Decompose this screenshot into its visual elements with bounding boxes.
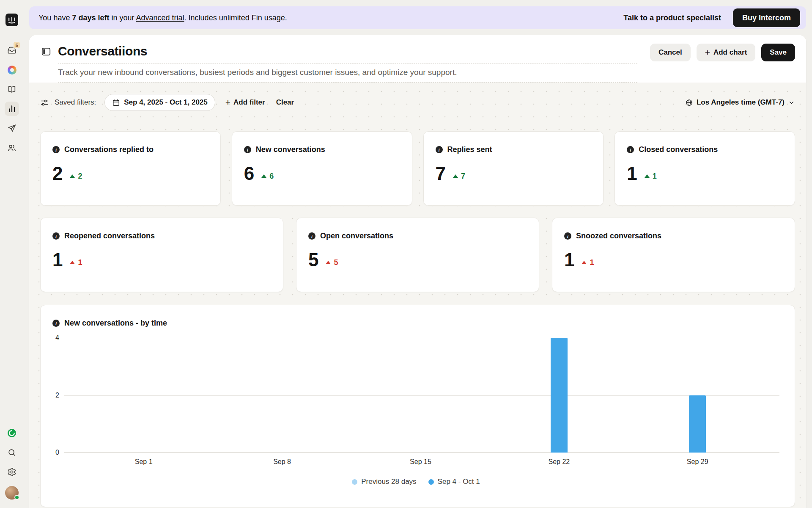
banner-middle: in your xyxy=(109,14,136,22)
legend-dot xyxy=(428,479,434,485)
metric-delta-value: 1 xyxy=(78,258,82,267)
nav-outbound[interactable] xyxy=(5,121,19,135)
metric-card-closed-conversations[interactable]: i Closed conversations 1 1 xyxy=(614,131,795,206)
buy-intercom-button[interactable]: Buy Intercom xyxy=(733,8,800,27)
fin-ai-icon xyxy=(8,66,16,75)
page-subtitle[interactable]: Track your new inbound conversations, bu… xyxy=(58,64,637,83)
trend-up-icon xyxy=(582,261,587,264)
metric-label: Open conversations xyxy=(320,232,393,240)
metric-label: Snoozed conversations xyxy=(576,232,661,240)
metric-delta: 1 xyxy=(582,258,594,267)
metric-delta: 1 xyxy=(645,172,657,181)
metric-card-reopened-conversations[interactable]: i Reopened conversations 1 1 xyxy=(40,218,283,292)
add-chart-button[interactable]: +Add chart xyxy=(697,44,756,61)
nav-knowledge[interactable] xyxy=(5,82,19,97)
legend-item[interactable]: Previous 28 days xyxy=(352,478,416,486)
metric-label: Replies sent xyxy=(447,145,492,154)
info-icon[interactable]: i xyxy=(308,232,315,240)
y-tick-label: 0 xyxy=(55,449,59,456)
chart-card-new-conversations-by-time: i New conversations - by time 420 Sep 1S… xyxy=(40,305,795,507)
nav-reports[interactable] xyxy=(5,102,19,116)
plus-icon: + xyxy=(705,48,710,57)
gridline-y-0 xyxy=(64,452,779,453)
trend-up-icon xyxy=(326,261,331,264)
metric-value-row: 7 7 xyxy=(436,164,592,183)
metric-delta-value: 5 xyxy=(334,258,338,267)
globe-icon xyxy=(685,99,693,107)
save-button[interactable]: Save xyxy=(761,44,795,61)
sidebar-bottom xyxy=(5,426,19,500)
chevron-down-icon xyxy=(788,99,795,106)
trend-up-icon xyxy=(261,174,266,178)
clear-filters-button[interactable]: Clear xyxy=(276,98,294,107)
x-tick-label: Sep 22 xyxy=(548,458,570,466)
nav-contacts[interactable] xyxy=(5,141,19,155)
metric-head: i Snoozed conversations xyxy=(564,232,783,240)
sidebar-nav: 5 xyxy=(5,43,19,155)
metric-card-open-conversations[interactable]: i Open conversations 5 5 xyxy=(296,218,539,292)
metric-delta-value: 6 xyxy=(269,172,274,181)
add-filter-label: Add filter xyxy=(233,98,265,107)
legend-label: Sep 4 - Oct 1 xyxy=(438,478,480,486)
x-tick-label: Sep 1 xyxy=(135,458,153,466)
cancel-button[interactable]: Cancel xyxy=(650,44,691,61)
metric-delta-value: 2 xyxy=(78,172,82,181)
nav-inbox[interactable]: 5 xyxy=(5,43,19,58)
workspace-app-button[interactable] xyxy=(5,426,19,440)
metric-value: 7 xyxy=(436,164,446,183)
info-icon[interactable]: i xyxy=(52,146,60,153)
metric-value-row: 1 1 xyxy=(564,251,783,269)
metric-card-snoozed-conversations[interactable]: i Snoozed conversations 1 1 xyxy=(552,218,795,292)
info-icon[interactable]: i xyxy=(436,146,443,153)
metric-head: i Reopened conversations xyxy=(52,232,271,240)
info-icon[interactable]: i xyxy=(52,232,60,240)
saved-filters-button[interactable] xyxy=(40,98,49,107)
info-icon[interactable]: i xyxy=(52,320,60,327)
talk-to-specialist-link[interactable]: Talk to a product specialist xyxy=(623,14,721,22)
book-icon xyxy=(7,85,16,94)
intercom-logo[interactable] xyxy=(5,14,18,26)
metric-delta-value: 1 xyxy=(590,258,594,267)
collapse-sidebar-icon xyxy=(41,46,52,57)
timezone-selector[interactable]: Los Angeles time (GMT-7) xyxy=(685,98,795,107)
page-title[interactable]: Conversatiions xyxy=(58,44,637,64)
metric-value: 2 xyxy=(52,164,63,183)
chart-plot-wrap: Sep 1Sep 8Sep 15Sep 22Sep 29 xyxy=(64,338,779,467)
trend-up-icon xyxy=(645,174,650,178)
info-icon[interactable]: i xyxy=(564,232,571,240)
online-status-dot xyxy=(14,495,19,500)
metric-delta: 1 xyxy=(70,258,82,267)
info-icon[interactable]: i xyxy=(244,146,251,153)
chart-bar-sep-22[interactable] xyxy=(551,338,568,453)
x-tick-label: Sep 8 xyxy=(273,458,291,466)
chart-bar-sep-29[interactable] xyxy=(689,395,706,453)
collapse-sidebar-button[interactable] xyxy=(41,46,52,57)
metric-delta-value: 1 xyxy=(653,172,657,181)
metric-card-new-conversations[interactable]: i New conversations 6 6 xyxy=(232,131,412,206)
metric-card-conversations-replied-to[interactable]: i Conversations replied to 2 2 xyxy=(40,131,221,206)
trend-up-icon xyxy=(70,261,75,264)
metrics-row-1: i Conversations replied to 2 2 i New con… xyxy=(40,131,795,206)
add-filter-button[interactable]: +Add filter xyxy=(225,98,265,107)
metric-value: 6 xyxy=(244,164,254,183)
legend-item[interactable]: Sep 4 - Oct 1 xyxy=(428,478,480,486)
intercom-logo-icon xyxy=(5,14,18,26)
nav-fin-ai[interactable] xyxy=(5,63,19,77)
advanced-trial-link[interactable]: Advanced trial xyxy=(136,14,184,22)
metric-label: New conversations xyxy=(256,145,325,154)
metric-value: 1 xyxy=(564,251,574,269)
metric-value-row: 2 2 xyxy=(52,164,208,183)
user-avatar[interactable] xyxy=(5,486,19,500)
metric-delta: 6 xyxy=(261,172,274,181)
search-button[interactable] xyxy=(5,445,19,460)
add-chart-label: Add chart xyxy=(713,48,747,57)
settings-button[interactable] xyxy=(5,465,19,479)
banner-actions: Talk to a product specialist Buy Interco… xyxy=(623,8,800,27)
metric-value-row: 5 5 xyxy=(308,251,527,269)
metric-delta: 5 xyxy=(326,258,338,267)
info-icon[interactable]: i xyxy=(627,146,634,153)
date-range-button[interactable]: Sep 4, 2025 - Oct 1, 2025 xyxy=(104,94,215,111)
people-icon xyxy=(7,143,16,152)
metric-card-replies-sent[interactable]: i Replies sent 7 7 xyxy=(423,131,604,206)
metric-value: 5 xyxy=(308,251,318,269)
